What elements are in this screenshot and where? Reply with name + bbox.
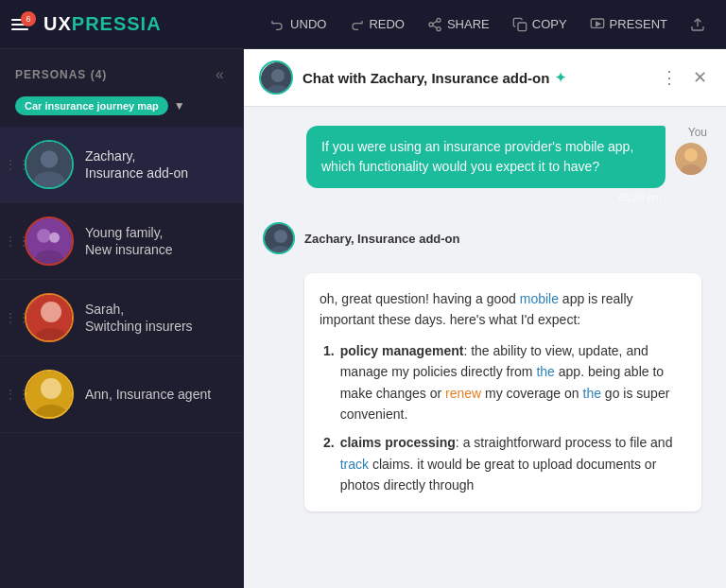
collapse-button[interactable]: « <box>212 64 228 85</box>
present-button[interactable]: PRESENT <box>580 11 677 38</box>
undo-button[interactable]: UNDO <box>261 11 336 38</box>
svg-rect-5 <box>518 23 527 31</box>
bot-response: oh, great question! having a good mobile… <box>304 273 701 511</box>
persona-name-family: Young family,New insurance <box>85 224 173 258</box>
share-icon <box>427 17 442 32</box>
persona-avatar-sarah <box>25 293 74 342</box>
share-button[interactable]: SHARE <box>418 11 499 38</box>
svg-point-13 <box>37 229 51 243</box>
chat-panel: Chat with Zachary, Insurance add-on ✦ ⋮ … <box>244 49 726 588</box>
svg-point-26 <box>684 148 698 162</box>
svg-line-4 <box>433 21 438 24</box>
journey-map-tag[interactable]: Car insurance journey map <box>15 96 168 115</box>
chat-header: Chat with Zachary, Insurance add-on ✦ ⋮ … <box>244 49 726 107</box>
svg-marker-7 <box>596 22 599 26</box>
user-bubble: If you were using an insurance provider'… <box>306 126 666 188</box>
list-item: 1. policy management: the ability to vie… <box>323 340 686 425</box>
redo-button[interactable]: REDO <box>339 11 414 38</box>
user-message-content: If you were using an insurance provider'… <box>306 126 666 203</box>
svg-point-10 <box>41 150 58 167</box>
sidebar-header: PERSONAS (4) « <box>0 49 243 93</box>
drag-handle: ⋮⋮ <box>4 387 30 402</box>
user-avatar <box>675 143 707 175</box>
chat-close-button[interactable]: ✕ <box>689 65 711 90</box>
logo-area: 6 UXPRESSIA <box>11 13 162 35</box>
svg-point-23 <box>271 69 285 82</box>
persona-avatar-family <box>25 216 74 266</box>
persona-item-sarah[interactable]: ⋮⋮ Sarah,Switching insurers <box>0 280 243 356</box>
persona-item-zachary[interactable]: ⋮⋮ Zachary,Insurance add-on <box>0 127 243 203</box>
chat-more-button[interactable]: ⋮ <box>657 65 682 90</box>
svg-point-1 <box>429 23 433 26</box>
chat-title-area: Chat with Zachary, Insurance add-on ✦ <box>302 70 648 86</box>
copy-icon <box>512 17 527 32</box>
you-label: You <box>688 126 707 139</box>
svg-point-14 <box>49 233 60 243</box>
svg-point-17 <box>41 302 61 322</box>
chat-title: Chat with Zachary, Insurance add-on ✦ <box>302 70 648 86</box>
main-layout: PERSONAS (4) « Car insurance journey map… <box>0 49 726 588</box>
drag-handle: ⋮⋮ <box>4 157 30 172</box>
app-header: 6 UXPRESSIA UNDO REDO SHARE COPY PRESENT <box>0 0 726 49</box>
present-icon <box>590 17 605 32</box>
redo-icon <box>349 17 364 32</box>
tag-dropdown-icon[interactable]: ▼ <box>174 99 185 112</box>
svg-point-2 <box>437 26 441 30</box>
user-message-row: You If you were using an insurance provi… <box>263 126 707 203</box>
bot-intro: oh, great question! having a good mobile… <box>320 288 686 331</box>
export-button[interactable] <box>681 11 715 38</box>
chat-avatar <box>259 61 293 95</box>
sidebar: PERSONAS (4) « Car insurance journey map… <box>0 49 244 588</box>
bot-name-row: Zachary, Insurance add-on <box>263 222 707 254</box>
persona-avatar-zachary <box>25 140 74 189</box>
drag-handle: ⋮⋮ <box>4 310 30 325</box>
svg-line-3 <box>433 26 438 28</box>
header-actions: UNDO REDO SHARE COPY PRESENT <box>261 11 715 38</box>
bot-avatar <box>263 222 295 254</box>
persona-avatar-ann <box>25 370 74 419</box>
copy-button[interactable]: COPY <box>503 11 577 38</box>
tag-row: Car insurance journey map ▼ <box>0 93 243 127</box>
persona-name-sarah: Sarah,Switching insurers <box>85 301 193 335</box>
bot-list: 1. policy management: the ability to vie… <box>320 340 686 496</box>
sidebar-title: PERSONAS (4) <box>15 68 107 81</box>
notification-badge: 6 <box>21 11 36 26</box>
persona-item-family[interactable]: ⋮⋮ Young family,New insurance <box>0 203 243 280</box>
bot-name: Zachary, Insurance add-on <box>304 232 459 246</box>
persona-name-zachary: Zachary,Insurance add-on <box>85 147 188 182</box>
logo-text: UXPRESSIA <box>43 13 162 35</box>
export-icon <box>690 17 705 32</box>
undo-icon <box>270 17 285 32</box>
persona-name-ann: Ann, Insurance agent <box>85 386 211 403</box>
message-time: 05:39 pm <box>618 192 666 203</box>
list-item: 2. claims processing: a straightforward … <box>323 432 686 495</box>
persona-item-ann[interactable]: ⋮⋮ Ann, Insurance agent <box>0 356 243 433</box>
menu-button[interactable]: 6 <box>11 17 36 32</box>
persona-list: ⋮⋮ Zachary,Insurance add-on ⋮⋮ Young fam… <box>0 127 243 433</box>
drag-handle: ⋮⋮ <box>4 233 30 249</box>
chat-body: You If you were using an insurance provi… <box>244 107 726 588</box>
svg-point-0 <box>437 18 441 22</box>
sparkle-icon: ✦ <box>555 70 566 85</box>
svg-point-29 <box>274 230 287 243</box>
chat-header-actions: ⋮ ✕ <box>657 65 711 90</box>
svg-point-20 <box>41 378 61 399</box>
